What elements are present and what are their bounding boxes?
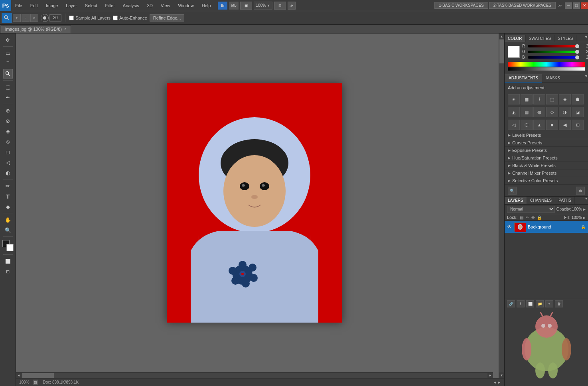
h-scroll-track[interactable]: [22, 373, 487, 378]
menu-image[interactable]: Image: [42, 0, 62, 11]
tab-masks[interactable]: MASKS: [542, 74, 564, 83]
menu-3d[interactable]: 3D: [143, 0, 157, 11]
subtract-from-selection[interactable]: -: [22, 14, 30, 22]
crop-tool[interactable]: ⬚: [3, 82, 13, 92]
channel-mixer-presets-row[interactable]: ▶ Channel Mixer Presets: [505, 169, 588, 177]
pen-tool[interactable]: ✏: [3, 181, 13, 191]
gradient-fill-btn[interactable]: ◀: [559, 120, 571, 130]
selective-color-presets-row[interactable]: ▶ Selective Color Presets: [505, 177, 588, 185]
prev-arrow[interactable]: ◄: [493, 380, 497, 384]
curves-presets-row[interactable]: ▶ Curves Presets: [505, 139, 588, 147]
history-brush-tool[interactable]: ⎋: [3, 137, 13, 146]
tab-layers[interactable]: LAYERS: [505, 197, 527, 204]
menu-edit[interactable]: Edit: [26, 0, 42, 11]
document-tab[interactable]: images.jpg @ 100% (RGB/8) ×: [1, 25, 71, 33]
r-slider[interactable]: [528, 45, 579, 47]
opacity-arrow[interactable]: ▶: [583, 207, 586, 211]
solid-color-btn[interactable]: ■: [546, 120, 558, 130]
menu-window[interactable]: Window: [174, 0, 198, 11]
adj-panel-collapse[interactable]: ▼: [584, 74, 588, 83]
brush-size-input[interactable]: 30: [49, 14, 61, 22]
fill-arrow[interactable]: ▶: [583, 216, 586, 220]
scroll-up-arrow[interactable]: ▲: [499, 33, 505, 39]
photofilter-btn[interactable]: ◍: [533, 107, 545, 117]
hue-sat-presets-row[interactable]: ▶ Hue/Saturation Presets: [505, 154, 588, 162]
screen-mode-btn[interactable]: ⊞: [274, 2, 286, 10]
exposure-btn[interactable]: ⬚: [546, 94, 558, 104]
dodge-tool[interactable]: ◐: [3, 168, 13, 177]
levels-presets-row[interactable]: ▶ Levels Presets: [505, 132, 588, 139]
h-scroll-thumb[interactable]: [22, 373, 54, 378]
menu-layer[interactable]: Layer: [62, 0, 81, 11]
canvas-area[interactable]: ◄ ►: [16, 33, 499, 378]
new-group-btn[interactable]: 📁: [536, 300, 544, 307]
tab-styles[interactable]: STYLES: [554, 35, 576, 42]
add-layer-style-btn[interactable]: f: [517, 300, 525, 307]
extras-btn[interactable]: ≫: [288, 2, 296, 10]
color-spectrum-bar[interactable]: [508, 62, 585, 67]
tab-adjustments[interactable]: ADJUSTMENTS: [505, 74, 542, 83]
opacity-value[interactable]: 100%: [572, 207, 582, 211]
scroll-down-arrow[interactable]: ▼: [499, 372, 505, 378]
tab-color[interactable]: COLOR: [505, 35, 526, 42]
minibridge-btn[interactable]: Mb: [229, 2, 239, 10]
curves-btn[interactable]: ⌇: [533, 94, 545, 104]
color-preview[interactable]: [508, 46, 520, 58]
close-button[interactable]: ✕: [581, 2, 588, 9]
menu-help[interactable]: Help: [198, 0, 215, 11]
levels-btn[interactable]: ▦: [521, 94, 533, 104]
move-tool[interactable]: ✥: [3, 35, 13, 45]
table-row[interactable]: 👁 Background 🔒: [505, 221, 588, 233]
menu-analysis[interactable]: Analysis: [119, 0, 143, 11]
zoom-tool[interactable]: 🔍: [3, 225, 13, 235]
color-swatches[interactable]: [2, 240, 14, 251]
g-slider[interactable]: [528, 51, 579, 53]
invert-btn[interactable]: ◑: [559, 107, 571, 117]
brightness-contrast-btn[interactable]: ☀: [508, 94, 520, 104]
pattern-fill-btn[interactable]: ⊞: [572, 120, 584, 130]
refine-edge-button[interactable]: Refine Edge...: [150, 14, 185, 22]
menu-view[interactable]: View: [157, 0, 174, 11]
eraser-tool[interactable]: ◻: [3, 147, 13, 157]
bw-btn[interactable]: ▤: [521, 107, 533, 117]
horizontal-scrollbar[interactable]: ◄ ►: [16, 372, 493, 378]
blend-mode-select[interactable]: Normal Multiply Screen: [507, 206, 555, 213]
fill-value[interactable]: 100%: [572, 215, 582, 220]
maximize-button[interactable]: □: [573, 2, 580, 9]
lock-transparent-btn[interactable]: ▤: [520, 215, 523, 220]
adj-clip-btn[interactable]: 🔍: [508, 187, 517, 195]
sample-all-checkbox[interactable]: [69, 16, 74, 20]
menu-file[interactable]: File: [11, 0, 26, 11]
gradient-tool[interactable]: ◁: [3, 158, 13, 167]
menu-filter[interactable]: Filter: [101, 0, 118, 11]
adj-camera-btn[interactable]: ⊕: [576, 187, 585, 195]
posterize-btn[interactable]: ◪: [572, 107, 584, 117]
quick-mask-toggle[interactable]: ⬜: [3, 256, 13, 266]
add-to-selection[interactable]: +: [13, 14, 21, 22]
lasso-tool[interactable]: ⌒: [3, 59, 13, 68]
scroll-left-arrow[interactable]: ◄: [16, 373, 22, 378]
tab-paths[interactable]: PATHS: [555, 197, 575, 204]
b-slider[interactable]: [528, 56, 579, 59]
vertical-scrollbar[interactable]: ▲ ▼: [499, 33, 504, 378]
hue-sat-btn[interactable]: ⬟: [572, 94, 584, 104]
tab-channels[interactable]: CHANNELS: [527, 197, 555, 204]
v-scroll-track[interactable]: [499, 39, 505, 372]
gradient-map-btn[interactable]: ◁: [508, 120, 520, 130]
tab-swatches[interactable]: SWATCHES: [526, 35, 555, 42]
bw-presets-row[interactable]: ▶ Black & White Presets: [505, 162, 588, 169]
basic-workspace-btn[interactable]: 1-BASIC WORKSPACES: [434, 2, 488, 9]
zoom-fit-btn[interactable]: ⊡: [33, 380, 38, 385]
exposure-presets-row[interactable]: ▶ Exposure Presets: [505, 147, 588, 154]
delete-layer-btn[interactable]: 🗑: [555, 300, 563, 307]
bridge-btn[interactable]: Br: [218, 2, 227, 10]
v-scroll-thumb[interactable]: [499, 39, 504, 63]
task-workspace-btn[interactable]: 2-TASK-BASED WORKSPACES: [489, 2, 556, 9]
brush-tool[interactable]: ⊘: [3, 116, 13, 126]
vibrance-btn[interactable]: ◈: [559, 94, 571, 104]
intersect-selection[interactable]: ×: [30, 14, 38, 22]
selective-color-btn[interactable]: ⬡: [521, 120, 533, 130]
layers-panel-collapse[interactable]: ▼: [584, 197, 588, 204]
minimize-button[interactable]: ─: [565, 2, 572, 9]
scroll-right-arrow[interactable]: ►: [487, 373, 493, 378]
